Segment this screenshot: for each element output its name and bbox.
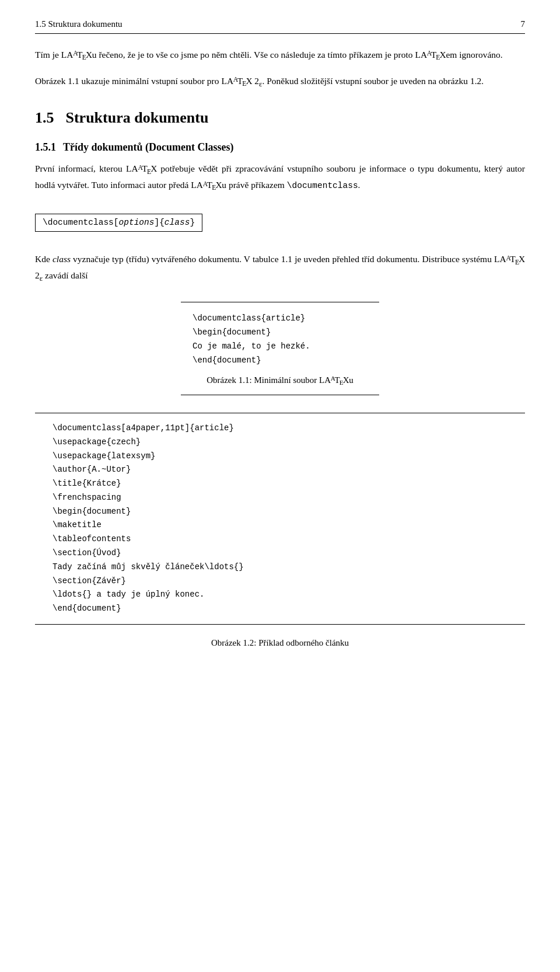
figure-1-2-caption: Obrázek 1.2: Příklad odborného článku (35, 636, 525, 650)
figure-1-1-caption: Obrázek 1.1: Minimální soubor LAATEXu (181, 374, 379, 388)
fig2-line-14: \end{document} (35, 602, 525, 616)
figure-1-1-caption-label: Obrázek 1.1: (206, 375, 254, 385)
figure-1-1-caption-text: Minimální soubor LAATEXu (254, 375, 353, 385)
subsection-body-para1: První informací, kterou LAATEX potřebuje… (35, 161, 525, 193)
figure-1-1: \documentclass{article} \begin{document}… (181, 302, 379, 395)
fig2-line-5: \title{Krátce} (35, 477, 525, 491)
fig2-line-6: \frenchspacing (35, 491, 525, 505)
fig2-line-4: \author{A.~Utor} (35, 463, 525, 477)
header-page-number: 7 (521, 18, 526, 31)
code-line-2: \begin{document} (192, 326, 379, 340)
fig2-line-11: Tady začíná můj skvělý článeček\ldots{} (35, 560, 525, 574)
fig2-line-9: \tableofcontents (35, 532, 525, 546)
fig2-line-13: \ldots{} a tady je úplný konec. (35, 588, 525, 602)
figure-1-2-caption-label: Obrázek 1.2: (211, 638, 258, 647)
intro-para1: Tím je LAATEXu řečeno, že je to vše co j… (35, 48, 525, 64)
fig2-line-8: \maketitle (35, 518, 525, 532)
fig2-line-7: \begin{document} (35, 505, 525, 519)
code-line-1: \documentclass{article} (192, 312, 379, 326)
figure-1-2: \documentclass[a4paper,11pt]{article} \u… (35, 413, 525, 625)
subsection-1-5-1: 1.5.1 Třídy dokumentů (Document Classes) (35, 140, 525, 155)
section-title: Struktura dokumentu (66, 109, 209, 126)
documentclass-code-box: \documentclass[options]{class} (35, 204, 525, 242)
code-box-content: \documentclass[options]{class} (35, 214, 202, 232)
fig2-line-1: \documentclass[a4paper,11pt]{article} (35, 421, 525, 436)
section-number: 1.5 (35, 109, 54, 126)
page-header: 1.5 Struktura dokumentu 7 (35, 18, 525, 34)
fig2-line-3: \usepackage{latexsym} (35, 450, 525, 464)
code-line-4: \end{document} (192, 354, 379, 368)
intro-para2: Obrázek 1.1 ukazuje minimální vstupní so… (35, 74, 525, 90)
figure-1-2-caption-text: Příklad odborného článku (258, 638, 349, 647)
fig2-line-2: \usepackage{czech} (35, 436, 525, 450)
subsection-title: Třídy dokumentů (Document Classes) (63, 140, 234, 155)
section-1-5: 1.5 Struktura dokumentu (35, 106, 525, 129)
fig2-line-10: \section{Úvod} (35, 546, 525, 560)
figure-1-1-code: \documentclass{article} \begin{document}… (181, 312, 379, 367)
fig2-line-12: \section{Závěr} (35, 574, 525, 588)
subsection-body-para2: Kde class vyznačuje typ (třídu) vytvářen… (35, 252, 525, 284)
subsection-number: 1.5.1 (35, 140, 56, 155)
code-line-3: Co je malé, to je hezké. (192, 340, 379, 354)
header-section-title: 1.5 Struktura dokumentu (35, 18, 123, 31)
